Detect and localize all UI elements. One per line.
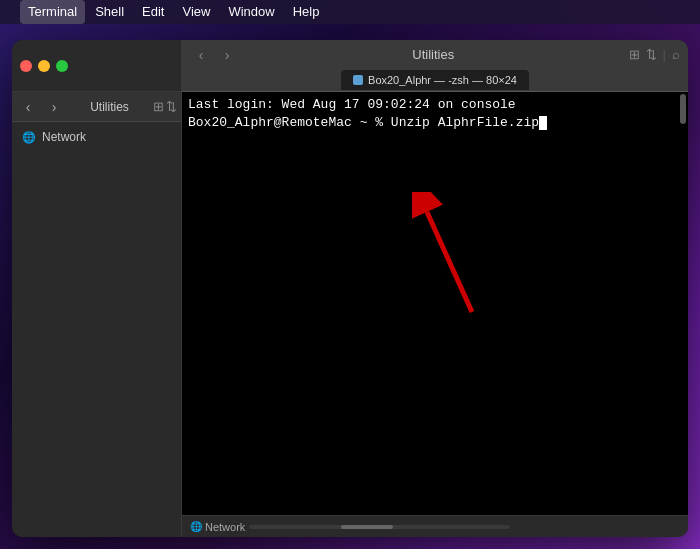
terminal-titlebar: ‹ › Utilities ⊞ ⇅ | ⌕ Box20_Alphr — -zsh… <box>182 40 688 92</box>
nav-forward-button[interactable]: › <box>216 44 238 66</box>
grid-view-icon[interactable]: ⊞ <box>629 47 640 62</box>
nav-back-button[interactable]: ‹ <box>190 44 212 66</box>
menu-shell[interactable]: Shell <box>87 0 132 24</box>
terminal-cursor <box>539 116 547 130</box>
close-button[interactable] <box>20 60 32 72</box>
sidebar-item-label: Network <box>42 130 86 144</box>
network-icon: 🌐 <box>22 131 36 144</box>
menu-terminal[interactable]: Terminal <box>20 0 85 24</box>
maximize-button[interactable] <box>56 60 68 72</box>
status-scrollbar-track[interactable] <box>249 525 510 529</box>
forward-button[interactable]: › <box>42 95 66 119</box>
terminal-line-1: Last login: Wed Aug 17 09:02:24 on conso… <box>188 96 682 114</box>
sidebar: ‹ › Utilities ⊞ ⇅ 🌐 Network <box>12 40 182 537</box>
nav-title: Utilities <box>242 47 625 62</box>
terminal-tab[interactable]: Box20_Alphr — -zsh — 80×24 <box>341 70 529 90</box>
terminal-line-2: Box20_Alphr@RemoteMac ~ % Unzip AlphrFil… <box>188 114 682 132</box>
divider-icon: | <box>663 47 666 62</box>
sidebar-expand-icon[interactable]: ⇅ <box>166 99 177 114</box>
back-button[interactable]: ‹ <box>16 95 40 119</box>
terminal-window: ‹ › Utilities ⊞ ⇅ 🌐 Network ‹ › Utilitie… <box>12 40 688 537</box>
menu-bar-items: Terminal Shell Edit View Window Help <box>20 0 327 24</box>
menu-edit[interactable]: Edit <box>134 0 172 24</box>
expand-icon[interactable]: ⇅ <box>646 47 657 62</box>
sidebar-content: 🌐 Network <box>12 122 181 537</box>
status-network-label: Network <box>205 521 245 533</box>
traffic-lights <box>20 60 68 72</box>
svg-marker-2 <box>413 198 435 213</box>
minimize-button[interactable] <box>38 60 50 72</box>
status-scrollbar-thumb <box>341 525 393 529</box>
red-arrow-svg <box>412 192 532 322</box>
status-network-icon: 🌐 <box>190 521 202 532</box>
terminal-main: ‹ › Utilities ⊞ ⇅ | ⌕ Box20_Alphr — -zsh… <box>182 40 688 537</box>
sidebar-toolbar <box>12 40 181 92</box>
sidebar-nav-title: Utilities <box>68 100 151 114</box>
terminal-top-nav: ‹ › Utilities ⊞ ⇅ | ⌕ <box>182 40 688 69</box>
status-network-item: 🌐 Network <box>190 521 245 533</box>
sidebar-item-network[interactable]: 🌐 Network <box>12 126 181 148</box>
svg-line-1 <box>427 212 472 312</box>
arrow-annotation <box>352 172 552 322</box>
terminal-statusbar: 🌐 Network <box>182 515 688 537</box>
menu-view[interactable]: View <box>174 0 218 24</box>
menu-help[interactable]: Help <box>285 0 328 24</box>
menu-bar: Terminal Shell Edit View Window Help <box>0 0 700 24</box>
terminal-tab-icon <box>353 75 363 85</box>
search-icon[interactable]: ⌕ <box>672 47 680 62</box>
terminal-tab-title: Box20_Alphr — -zsh — 80×24 <box>368 74 517 86</box>
sidebar-grid-icon[interactable]: ⊞ <box>153 99 164 114</box>
sidebar-nav: ‹ › Utilities ⊞ ⇅ <box>12 92 181 122</box>
terminal-prompt-text: Box20_Alphr@RemoteMac ~ % Unzip AlphrFil… <box>188 114 539 132</box>
nav-right-controls: ⊞ ⇅ | ⌕ <box>629 47 680 62</box>
terminal-scrollbar[interactable] <box>680 94 686 124</box>
terminal-tab-bar: Box20_Alphr — -zsh — 80×24 <box>182 69 688 91</box>
terminal-content[interactable]: Last login: Wed Aug 17 09:02:24 on conso… <box>182 92 688 515</box>
menu-window[interactable]: Window <box>220 0 282 24</box>
